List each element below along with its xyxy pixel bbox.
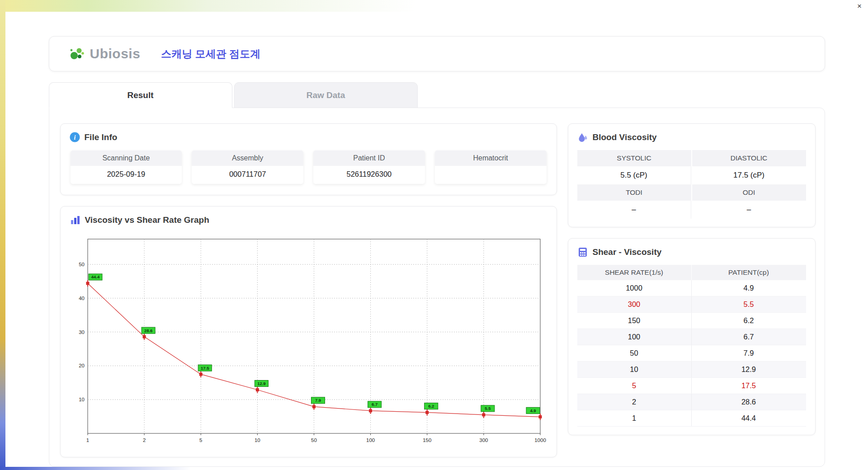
viscosity-chart: 10203040501251050100150300100044.428.617… xyxy=(70,235,547,447)
field-patient-id: Patient ID 52611926300 xyxy=(313,150,425,184)
svg-text:10: 10 xyxy=(254,437,260,443)
table-row: 517.5 xyxy=(577,378,806,394)
svg-text:50: 50 xyxy=(311,437,317,443)
table-cell: 17.5 xyxy=(692,378,806,394)
table-cell: 12.9 xyxy=(692,362,806,377)
field-value xyxy=(435,166,547,184)
field-value: 2025-09-19 xyxy=(71,166,182,184)
field-assembly: Assembly 000711707 xyxy=(192,150,303,184)
close-icon[interactable]: × xyxy=(855,1,863,11)
field-label: Scanning Date xyxy=(71,150,182,166)
table-row: 3005.5 xyxy=(577,296,806,313)
tab-bar: Result Raw Data xyxy=(49,82,825,108)
field-value: 52611926300 xyxy=(313,166,425,184)
svg-text:5: 5 xyxy=(199,437,202,443)
table-cell: 6.7 xyxy=(692,329,806,345)
field-label: Patient ID xyxy=(313,150,425,166)
field-label: Assembly xyxy=(192,150,303,166)
bar-chart-icon xyxy=(70,215,80,226)
table-cell: 10 xyxy=(577,362,692,377)
svg-text:100: 100 xyxy=(366,437,375,443)
svg-text:6.7: 6.7 xyxy=(372,402,377,407)
svg-text:17.5: 17.5 xyxy=(201,366,209,371)
todi-value: – xyxy=(577,201,691,219)
table-cell: 7.9 xyxy=(692,345,806,361)
field-label: Hematocrit xyxy=(435,150,547,166)
svg-text:44.4: 44.4 xyxy=(91,274,99,279)
shear-viscosity-table-body: 10004.93005.51506.21006.7507.91012.9517.… xyxy=(577,280,806,427)
tab-raw-data[interactable]: Raw Data xyxy=(234,82,418,108)
svg-text:6.2: 6.2 xyxy=(428,404,434,409)
diastolic-value: 17.5 (cP) xyxy=(692,166,806,184)
table-row: 144.4 xyxy=(577,410,806,427)
card-title: Shear - Viscosity xyxy=(593,247,662,257)
column-header-odi: ODI xyxy=(692,184,806,201)
svg-text:7.9: 7.9 xyxy=(315,398,321,403)
page-title: 스캐닝 모세관 점도계 xyxy=(161,47,260,61)
table-cell: 6.2 xyxy=(692,313,806,329)
file-info-card: i File Info Scanning Date 2025-09-19 Ass… xyxy=(60,123,557,195)
odi-value: – xyxy=(692,201,806,219)
table-cell: 28.6 xyxy=(692,394,806,410)
column-header-shear-rate: SHEAR RATE(1/s) xyxy=(577,265,692,280)
table-row: 1506.2 xyxy=(577,313,806,329)
svg-text:28.6: 28.6 xyxy=(144,328,152,333)
column-header-diastolic: DIASTOLIC xyxy=(692,150,806,166)
svg-text:50: 50 xyxy=(79,262,85,267)
svg-text:4.9: 4.9 xyxy=(530,408,536,413)
svg-text:i: i xyxy=(74,134,75,141)
svg-text:20: 20 xyxy=(79,363,85,368)
column-header-patient: PATIENT(cp) xyxy=(692,265,806,280)
table-cell: 50 xyxy=(577,345,692,361)
card-title: File Info xyxy=(85,132,118,142)
systolic-value: 5.5 (cP) xyxy=(577,166,691,184)
svg-text:150: 150 xyxy=(423,437,431,443)
table-cell: 5 xyxy=(577,378,692,394)
table-cell: 1 xyxy=(577,410,692,426)
app-logo: Ubiosis xyxy=(68,45,141,63)
svg-text:5.5: 5.5 xyxy=(485,406,491,411)
window-frame-left xyxy=(0,0,5,470)
droplet-icon xyxy=(577,132,588,143)
svg-text:300: 300 xyxy=(479,437,488,443)
table-cell: 1000 xyxy=(577,280,692,296)
table-row: 507.9 xyxy=(577,345,806,362)
table-cell: 2 xyxy=(577,394,692,410)
column-header-todi: TODI xyxy=(577,184,691,201)
field-hematocrit: Hematocrit xyxy=(435,150,547,184)
table-row: 10004.9 xyxy=(577,280,806,296)
brand-name: Ubiosis xyxy=(90,46,141,61)
svg-text:12.9: 12.9 xyxy=(257,381,266,386)
table-cell: 44.4 xyxy=(692,410,806,426)
svg-text:1: 1 xyxy=(86,437,89,443)
field-scanning-date: Scanning Date 2025-09-19 xyxy=(71,150,182,184)
svg-text:1000: 1000 xyxy=(534,437,546,443)
svg-text:30: 30 xyxy=(79,329,85,335)
ubiosis-logo-icon xyxy=(68,45,86,63)
svg-text:2: 2 xyxy=(142,437,145,443)
shear-viscosity-table: SHEAR RATE(1/s) PATIENT(cp) 10004.93005.… xyxy=(577,265,806,427)
table-cell: 300 xyxy=(577,296,692,312)
viscosity-graph-card: Viscosity vs Shear Rate Graph 1020304050… xyxy=(60,206,557,457)
card-title: Blood Viscosity xyxy=(593,132,657,142)
info-icon: i xyxy=(70,132,80,142)
blood-viscosity-table: SYSTOLIC DIASTOLIC 5.5 (cP) 17.5 (cP) TO… xyxy=(577,150,806,219)
result-panel: i File Info Scanning Date 2025-09-19 Ass… xyxy=(49,108,825,467)
table-cell: 150 xyxy=(577,313,692,329)
table-row: 228.6 xyxy=(577,394,806,410)
tab-result[interactable]: Result xyxy=(49,82,232,108)
table-cell: 5.5 xyxy=(692,296,806,312)
window-frame-top xyxy=(0,0,868,12)
field-value: 000711707 xyxy=(192,166,303,184)
window-frame-bottom xyxy=(0,466,347,470)
calculator-icon xyxy=(577,247,588,258)
file-info-fields: Scanning Date 2025-09-19 Assembly 000711… xyxy=(70,150,547,187)
table-cell: 100 xyxy=(577,329,692,345)
app-window: Ubiosis 스캐닝 모세관 점도계 Result Raw Data i F xyxy=(5,12,868,467)
column-header-systolic: SYSTOLIC xyxy=(577,150,691,166)
svg-text:40: 40 xyxy=(79,296,85,301)
card-title: Viscosity vs Shear Rate Graph xyxy=(85,215,209,225)
blood-viscosity-card: Blood Viscosity SYSTOLIC DIASTOLIC 5.5 (… xyxy=(568,123,816,227)
shear-viscosity-card: Shear - Viscosity SHEAR RATE(1/s) PATIEN… xyxy=(568,238,816,435)
table-row: 1006.7 xyxy=(577,329,806,345)
